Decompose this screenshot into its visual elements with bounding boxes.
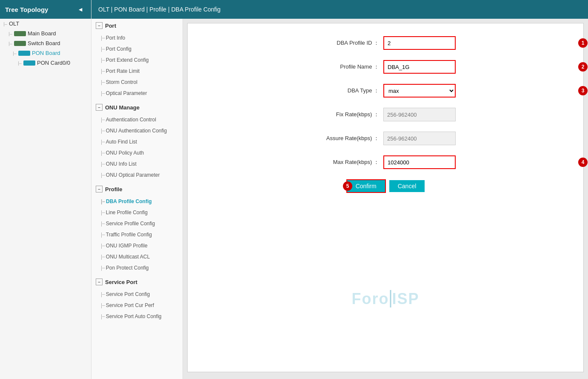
nav-section-service-port-label: Service Port [105,279,137,285]
tree-main-board-label: Main Board [28,30,56,37]
profile-name-label: Profile Name ： [315,63,383,71]
form-row-dba-profile-id: DBA Profile ID ： 1 [196,36,575,50]
middle-nav: – Port |–Port Info |–Port Config |–Port … [91,19,183,379]
onu-manage-collapse-icon[interactable]: – [96,104,103,111]
nav-section-port-header[interactable]: – Port [91,19,183,32]
assure-rate-input[interactable] [383,132,456,145]
nav-item-service-port-auto-config[interactable]: |–Service Port Auto Config [91,311,183,322]
nav-item-onu-optical-param[interactable]: |–ONU Optical Parameter [91,169,183,181]
watermark: ForoISP [351,290,419,308]
nav-item-onu-info-list[interactable]: |–ONU Info List [91,158,183,169]
step-badge-2: 2 [578,62,588,72]
nav-item-pon-protect-config[interactable]: |–Pon Protect Config [91,262,183,273]
form-row-dba-type: DBA Type ： fix assure max assure+max fix… [196,84,575,98]
step-badge-4: 4 [578,158,588,167]
tree-node-pon-card[interactable]: |– PON Card0/0 [0,58,91,68]
sidebar-toggle-button[interactable]: ◄ [75,5,86,14]
form-row-max-rate: Max Rate(kbps) ： 4 [196,155,575,169]
sidebar-title-label: Tree Topology [5,6,48,13]
nav-item-service-profile-config[interactable]: |–Service Profile Config [91,218,183,229]
nav-section-service-port-header[interactable]: – Service Port [91,275,183,289]
tree-switch-board-label: Switch Board [28,40,60,46]
profile-collapse-icon[interactable]: – [96,186,103,192]
max-rate-input[interactable] [383,155,456,169]
breadcrumb-text: OLT | PON Board | Profile | DBA Profile … [98,6,220,13]
form-row-fix-rate: Fix Rate(kbps) ： [196,108,575,121]
nav-item-onu-multicast-acl[interactable]: |–ONU Multicast ACL [91,251,183,262]
form-container: DBA Profile ID ： 1 Profile Name ： 2 [187,23,584,372]
step-badge-3: 3 [578,86,588,95]
tree-node-pon-board[interactable]: |– PON Board [0,48,91,58]
nav-item-port-rate-limit[interactable]: |–Port Rate Limit [91,66,183,77]
tree-pon-board-label: PON Board [32,50,60,56]
tree-node-switch-board[interactable]: |– Switch Board [0,38,91,48]
sidebar-title: Tree Topology ◄ [0,0,91,19]
form-row-profile-name: Profile Name ： 2 [196,60,575,74]
nav-item-dba-profile-config[interactable]: |–DBA Profile Config [91,196,183,207]
nav-item-auto-find-list[interactable]: |–Auto Find List [91,136,183,147]
nav-item-line-profile-config[interactable]: |–Line Profile Config [91,207,183,218]
cancel-button[interactable]: Cancel [389,180,425,192]
pon-card-icon [23,60,35,66]
nav-item-port-info[interactable]: |–Port Info [91,32,183,43]
nav-section-onu-manage: – ONU Manage |–Authentication Control |–… [91,100,183,181]
nav-section-profile: – Profile |–DBA Profile Config |–Line Pr… [91,182,183,273]
dba-type-select[interactable]: fix assure max assure+max fix+assure+max [383,84,456,98]
step-badge-5: 5 [343,181,352,191]
fix-rate-label: Fix Rate(kbps) ： [315,111,383,118]
breadcrumb: OLT | PON Board | Profile | DBA Profile … [91,0,588,19]
service-port-collapse-icon[interactable]: – [96,279,103,285]
fix-rate-input[interactable] [383,108,456,121]
nav-item-onu-policy-auth[interactable]: |–ONU Policy Auth [91,147,183,158]
dba-type-label: DBA Type ： [315,87,383,95]
nav-item-storm-control[interactable]: |–Storm Control [91,77,183,88]
tree-node-main-board[interactable]: |– Main Board [0,29,91,38]
sidebar: Tree Topology ◄ |– OLT |– Main Board |– … [0,0,91,379]
max-rate-label: Max Rate(kbps) ： [315,158,383,166]
switch-board-icon [14,41,26,46]
nav-section-service-port: – Service Port |–Service Port Config |–S… [91,275,183,322]
nav-section-onu-manage-label: ONU Manage [105,104,140,111]
nav-item-port-extend-config[interactable]: |–Port Extend Config [91,55,183,66]
watermark-cursor [390,290,391,307]
pon-board-icon [18,51,30,56]
tree-pon-card-label: PON Card0/0 [37,60,70,66]
watermark-text-foro: Foro [351,290,389,307]
nav-item-onu-igmp-profile[interactable]: |–ONU IGMP Profile [91,240,183,251]
nav-section-port: – Port |–Port Info |–Port Config |–Port … [91,19,183,99]
nav-item-port-config[interactable]: |–Port Config [91,43,183,55]
main-panel: DBA Profile ID ： 1 Profile Name ： 2 [183,19,588,379]
profile-name-input[interactable] [383,60,456,74]
nav-item-auth-control[interactable]: |–Authentication Control [91,114,183,125]
port-collapse-icon[interactable]: – [96,22,103,29]
nav-item-service-port-config[interactable]: |–Service Port Config [91,289,183,300]
dba-profile-id-input[interactable] [383,36,456,50]
nav-item-onu-auth-config[interactable]: |–ONU Authentication Config [91,125,183,136]
nav-section-profile-label: Profile [105,186,122,192]
tree-node-olt[interactable]: |– OLT [0,19,91,29]
form-row-assure-rate: Assure Rate(kbps) ： [196,132,575,145]
dba-profile-id-label: DBA Profile ID ： [315,39,383,47]
nav-section-onu-manage-header[interactable]: – ONU Manage [91,100,183,114]
nav-section-profile-header[interactable]: – Profile [91,182,183,196]
assure-rate-label: Assure Rate(kbps) ： [315,135,383,142]
nav-item-optical-parameter[interactable]: |–Optical Parameter [91,88,183,99]
tree-olt-label: OLT [9,20,19,27]
main-board-icon [14,31,26,36]
nav-item-service-port-cur-perf[interactable]: |–Service Port Cur Perf [91,300,183,311]
step-badge-1: 1 [578,38,588,48]
nav-section-port-label: Port [105,23,116,29]
watermark-text-isp: ISP [392,290,419,307]
form-row-buttons: Confirm Cancel 5 [196,179,575,193]
nav-item-traffic-profile-config[interactable]: |–Traffic Profile Config [91,229,183,240]
